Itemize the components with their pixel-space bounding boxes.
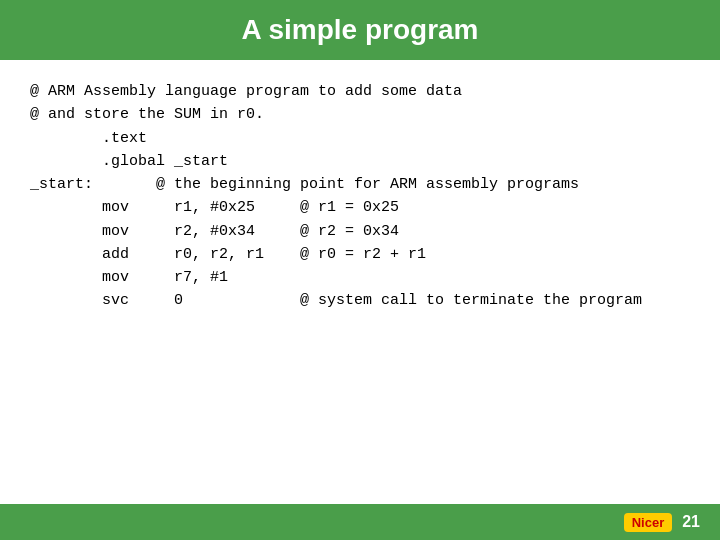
slide-header: A simple program — [0, 0, 720, 60]
slide-title: A simple program — [20, 14, 700, 46]
footer-logo: Nicer — [624, 513, 673, 532]
page-number: 21 — [682, 513, 700, 531]
slide: A simple program @ ARM Assembly language… — [0, 0, 720, 540]
slide-footer: Nicer 21 — [0, 504, 720, 540]
code-block: @ ARM Assembly language program to add s… — [30, 80, 690, 313]
slide-content: @ ARM Assembly language program to add s… — [0, 60, 720, 504]
